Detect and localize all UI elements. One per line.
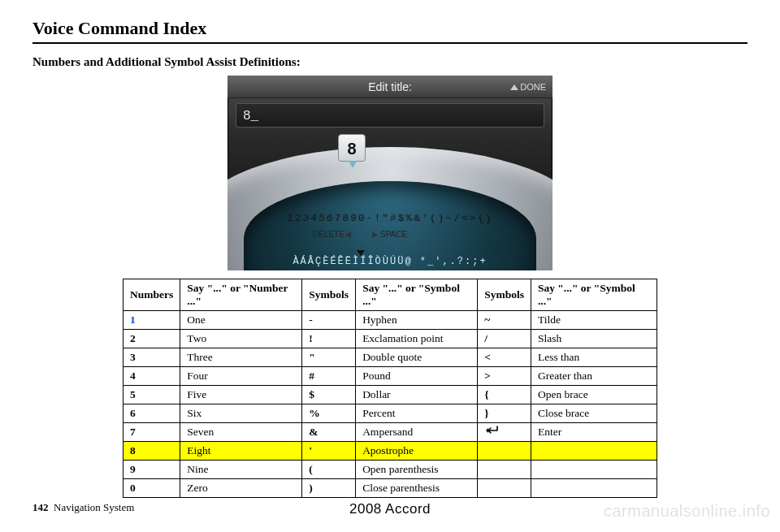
cell-symbol-2: }	[478, 404, 531, 423]
cell-symbol-1: )	[302, 479, 356, 498]
cell-symbol-2: <	[478, 348, 531, 367]
cell-say-symbol-2	[531, 479, 656, 498]
cell-say-symbol-1: Apostrophe	[356, 442, 478, 461]
page-title: Voice Command Index	[32, 18, 748, 39]
cell-symbol-1: !	[302, 330, 356, 348]
watermark: carmanualsonline.info	[604, 502, 770, 521]
cell-say-number: Eight	[180, 442, 302, 461]
cell-symbol-2: {	[478, 386, 531, 404]
cell-symbol-1: &	[302, 423, 356, 442]
th-numbers: Numbers	[124, 279, 180, 311]
cell-say-symbol-1: Pound	[356, 367, 478, 386]
cell-symbol-2	[478, 442, 531, 461]
dial-characters: 1234567890-!"#$%&'()~/<>{}	[234, 213, 546, 227]
space-label[interactable]: SPACE	[380, 230, 407, 239]
alt-characters-row: ÀÁÂÇÈÉÊËÌÍÎÒÙÚÜ@ *_',.?:;+	[228, 256, 552, 267]
table-row: 6Six%Percent}Close brace	[124, 404, 657, 423]
cell-symbol-1: (	[302, 461, 356, 479]
cell-number: 0	[124, 479, 180, 498]
cell-say-number: Three	[180, 348, 302, 367]
cell-say-number: Four	[180, 367, 302, 386]
cell-say-symbol-2: Open brace	[531, 386, 656, 404]
th-say-symbol-1: Say "..." or "Symbol ..."	[356, 279, 478, 311]
cell-say-number: One	[180, 311, 302, 330]
cell-say-number: Two	[180, 330, 302, 348]
enter-icon	[484, 426, 499, 438]
cell-say-symbol-2: Close brace	[531, 404, 656, 423]
table-row: 4Four#Pound>Greater than	[124, 367, 657, 386]
cell-number: 9	[124, 461, 180, 479]
cell-symbol-2	[478, 423, 531, 442]
delete-label[interactable]: DELETE	[313, 230, 344, 239]
table-row: 9Nine(Open parenthesis	[124, 461, 657, 479]
device-screenshot: Edit title: DONE 8_ 1234567890-!"#$%&'()…	[228, 76, 552, 270]
table-header-row: Numbers Say "..." or "Number ..." Symbol…	[124, 279, 657, 311]
triangle-right-icon	[372, 231, 378, 238]
cell-say-symbol-1: Close parenthesis	[356, 479, 478, 498]
cell-symbol-1: $	[302, 386, 356, 404]
table-row: 3Three"Double quote<Less than	[124, 348, 657, 367]
cell-say-symbol-2	[531, 461, 656, 479]
table-row: 5Five$Dollar{Open brace	[124, 386, 657, 404]
th-say-number: Say "..." or "Number ..."	[180, 279, 302, 311]
cell-say-symbol-1: Exclamation point	[356, 330, 478, 348]
cell-say-number: Seven	[180, 423, 302, 442]
cell-number: 6	[124, 404, 180, 423]
cell-say-symbol-2: Greater than	[531, 367, 656, 386]
cell-symbol-1: -	[302, 311, 356, 330]
cell-number: 2	[124, 330, 180, 348]
cell-symbol-1: '	[302, 442, 356, 461]
done-button[interactable]: DONE	[510, 76, 546, 98]
cell-say-symbol-2: Less than	[531, 348, 656, 367]
cell-symbol-2	[478, 479, 531, 498]
done-label: DONE	[520, 76, 546, 98]
cell-say-symbol-1: Ampersand	[356, 423, 478, 442]
th-say-symbol-2: Say "..." or "Symbol ..."	[531, 279, 656, 311]
cell-symbol-2: >	[478, 367, 531, 386]
cell-say-symbol-1: Percent	[356, 404, 478, 423]
cell-number: 1	[124, 311, 180, 330]
cell-symbol-1: %	[302, 404, 356, 423]
cell-number: 4	[124, 367, 180, 386]
th-symbols-2: Symbols	[478, 279, 531, 311]
cell-number: 8	[124, 442, 180, 461]
cell-number: 5	[124, 386, 180, 404]
cell-say-number: Six	[180, 404, 302, 423]
table-row: 1One-Hyphen~Tilde	[124, 311, 657, 330]
cell-say-symbol-2: Enter	[531, 423, 656, 442]
cell-say-symbol-1: Hyphen	[356, 311, 478, 330]
table-row: 7Seven&AmpersandEnter	[124, 423, 657, 442]
device-titlebar-text: Edit title:	[368, 80, 412, 93]
cell-say-number: Zero	[180, 479, 302, 498]
cell-say-symbol-1: Dollar	[356, 386, 478, 404]
heading-rule	[32, 42, 748, 44]
cell-say-symbol-2: Slash	[531, 330, 656, 348]
cell-number: 3	[124, 348, 180, 367]
cell-say-number: Nine	[180, 461, 302, 479]
cell-number: 7	[124, 423, 180, 442]
cell-symbol-1: #	[302, 367, 356, 386]
cell-say-symbol-1: Double quote	[356, 348, 478, 367]
voice-command-table: Numbers Say "..." or "Number ..." Symbol…	[123, 279, 657, 498]
table-row: 2Two!Exclamation point/Slash	[124, 330, 657, 348]
triangle-up-icon	[510, 84, 518, 90]
cell-say-symbol-2	[531, 442, 656, 461]
table-row: 8Eight'Apostrophe	[124, 442, 657, 461]
cell-say-symbol-1: Open parenthesis	[356, 461, 478, 479]
cell-symbol-2	[478, 461, 531, 479]
th-symbols-1: Symbols	[302, 279, 356, 311]
table-row: 0Zero)Close parenthesis	[124, 479, 657, 498]
cell-symbol-1: "	[302, 348, 356, 367]
device-titlebar: Edit title: DONE	[228, 76, 552, 98]
cell-symbol-2: /	[478, 330, 531, 348]
character-dial[interactable]: 1234567890-!"#$%&'()~/<>{} DELETE SPACE	[228, 124, 552, 270]
triangle-down-icon	[357, 250, 365, 256]
selected-key-bubble: 8	[338, 134, 366, 162]
subheading: Numbers and Additional Symbol Assist Def…	[32, 55, 748, 69]
cell-say-symbol-2: Tilde	[531, 311, 656, 330]
triangle-left-icon	[345, 231, 351, 238]
cell-symbol-2: ~	[478, 311, 531, 330]
cell-say-number: Five	[180, 386, 302, 404]
